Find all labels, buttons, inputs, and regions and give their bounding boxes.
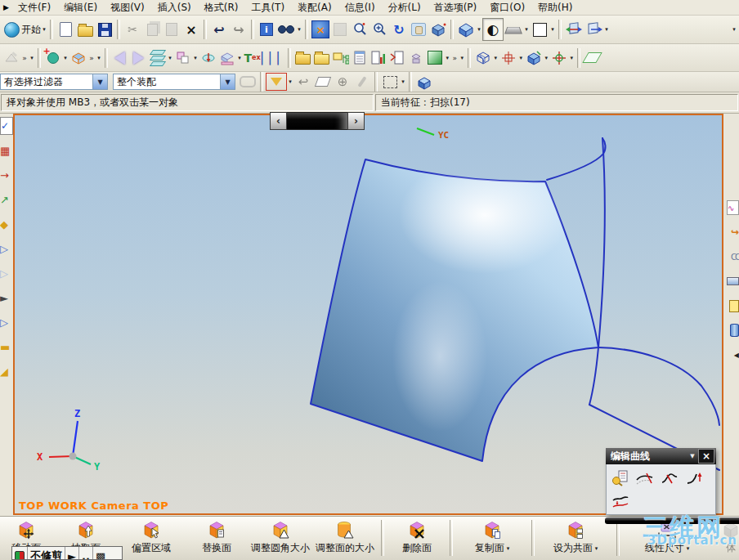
menu-window[interactable]: 窗口(O) bbox=[484, 0, 531, 16]
menu-information[interactable]: 信息(I) bbox=[339, 0, 381, 16]
edit-curve-options-caret-icon[interactable]: ▼ bbox=[687, 453, 698, 459]
left-tool-ruler-button[interactable]: ▬ bbox=[0, 334, 13, 359]
wireframe-caret-icon[interactable]: ▾ bbox=[492, 55, 499, 61]
left-tool-cursor-button[interactable]: ► bbox=[0, 285, 13, 310]
left-tool-chevron3-button[interactable]: ▷ bbox=[0, 310, 13, 334]
copy-face-caret-icon[interactable]: ▾ bbox=[507, 545, 510, 552]
shaded-mode-button[interactable]: ◐ bbox=[482, 18, 504, 41]
erase-highlight-button[interactable] bbox=[313, 71, 333, 92]
dots-option-icon[interactable]: .. bbox=[79, 547, 93, 560]
snap-cube-caret-icon[interactable]: ▾ bbox=[543, 55, 549, 61]
selection-filter-combo[interactable]: 有选择过滤器 ▼ bbox=[0, 74, 108, 90]
pointer-option-icon[interactable]: ► bbox=[65, 547, 79, 560]
copy-face-button[interactable]: 复制面▾ bbox=[455, 517, 530, 555]
left-tool-grid-button[interactable]: ▦ bbox=[0, 138, 13, 163]
forward-button[interactable] bbox=[129, 48, 148, 68]
snap-point-filter-button[interactable] bbox=[266, 73, 287, 91]
offset-region-button[interactable]: 偏置区域 bbox=[119, 517, 183, 555]
transform-button[interactable] bbox=[43, 48, 62, 68]
copy-button[interactable] bbox=[142, 19, 162, 40]
text-button[interactable]: Tex bbox=[243, 48, 262, 68]
edit-curve-titlebar[interactable]: 编辑曲线 ▼ × bbox=[606, 448, 716, 464]
layer-settings-caret-icon[interactable]: ▾ bbox=[167, 55, 173, 61]
redo-button[interactable]: ↪ bbox=[229, 19, 249, 40]
assembly-load-button[interactable] bbox=[293, 48, 312, 68]
edit-curve-parameters-button[interactable] bbox=[608, 467, 633, 490]
clip-section-button[interactable] bbox=[564, 19, 584, 40]
cut-button[interactable]: ✂ bbox=[123, 19, 142, 40]
left-tool-diamond-button[interactable]: ◆ bbox=[0, 212, 13, 236]
brush-select-button[interactable] bbox=[352, 71, 372, 92]
right-tool-curve-button[interactable]: ∿ bbox=[723, 195, 739, 220]
undo-button[interactable]: ↩ bbox=[209, 19, 229, 40]
assembly-open-button[interactable] bbox=[312, 48, 331, 68]
zoom-in-out-button[interactable] bbox=[370, 19, 389, 40]
right-tool-cylinder-button[interactable] bbox=[723, 318, 739, 343]
menu-assemblies[interactable]: 装配(A) bbox=[292, 0, 338, 16]
left-tool-check-button[interactable]: ✓ bbox=[0, 114, 13, 138]
left-tool-chevron2-button[interactable]: ▷ bbox=[0, 261, 13, 285]
information-list-button[interactable] bbox=[350, 48, 369, 68]
selection-scope-combo[interactable]: 整个装配 ▼ bbox=[113, 74, 235, 90]
linear-dimension-caret-icon[interactable]: ▾ bbox=[687, 545, 690, 552]
resize-blend-button[interactable]: 调整圆角大小 bbox=[250, 517, 311, 555]
face-analysis-caret-icon[interactable]: ▾ bbox=[523, 26, 530, 33]
fit-view-button[interactable]: × bbox=[311, 19, 330, 40]
left-tool-arrow-button[interactable]: → bbox=[0, 163, 13, 187]
named-scene-caret-icon[interactable]: ▾ bbox=[444, 55, 450, 61]
snap-filter-caret-icon[interactable]: ▾ bbox=[287, 78, 293, 85]
sketch-button[interactable] bbox=[2, 48, 20, 68]
trim-curve-button[interactable] bbox=[633, 467, 657, 490]
interpart-link-button[interactable] bbox=[238, 71, 258, 92]
start-globe-icon[interactable] bbox=[2, 19, 21, 40]
menu-help[interactable]: 帮助(H) bbox=[532, 0, 578, 16]
point-caret-icon[interactable]: ▾ bbox=[517, 55, 524, 61]
delete-button[interactable]: × bbox=[181, 19, 201, 40]
option-toggle-icon[interactable] bbox=[12, 547, 28, 560]
menu-file[interactable]: 文件(F) bbox=[12, 0, 56, 16]
plane-button[interactable] bbox=[583, 48, 602, 68]
assembly-navigator-button[interactable] bbox=[331, 48, 350, 68]
move-to-layer-button[interactable] bbox=[199, 48, 217, 68]
deselect-button[interactable]: ↩ bbox=[293, 71, 313, 92]
sketch-overflow-icon[interactable]: » bbox=[20, 54, 29, 62]
layer-category-button[interactable] bbox=[173, 48, 192, 68]
menu-tools[interactable]: 工具(T) bbox=[245, 0, 290, 16]
datum-caret-icon[interactable]: ▾ bbox=[96, 55, 102, 61]
make-coplanar-caret-icon[interactable]: ▾ bbox=[595, 545, 598, 552]
save-button[interactable] bbox=[95, 19, 114, 40]
menu-preferences[interactable]: 首选项(P) bbox=[428, 0, 483, 16]
right-tool-cc-button[interactable]: CC bbox=[723, 244, 739, 269]
datum-overflow-icon[interactable]: » bbox=[87, 54, 96, 62]
grid-option-icon[interactable]: ▩ bbox=[93, 547, 108, 560]
right-tool-hook-button[interactable]: ↪ bbox=[723, 220, 739, 244]
wcs-display-button[interactable] bbox=[217, 48, 236, 68]
edit-curve-close-button[interactable]: × bbox=[698, 449, 714, 464]
face-analysis-button[interactable] bbox=[504, 19, 523, 40]
perspective-button[interactable] bbox=[428, 19, 448, 40]
clip-section-caret-icon[interactable]: ▾ bbox=[603, 26, 610, 33]
scroll-left-button[interactable]: ‹ bbox=[270, 112, 287, 130]
group-caret-icon[interactable]: ▾ bbox=[459, 55, 465, 61]
start-button[interactable]: 开始 bbox=[21, 23, 41, 37]
make-coplanar-button[interactable]: 设为共面▾ bbox=[536, 517, 615, 555]
start-caret-icon[interactable]: ▾ bbox=[41, 26, 47, 33]
zoom-to-selection-button[interactable] bbox=[330, 19, 350, 40]
menu-analysis[interactable]: 分析(L) bbox=[383, 0, 427, 16]
group-overflow-icon[interactable]: » bbox=[450, 54, 459, 62]
selection-scope-dropdown-icon[interactable]: ▼ bbox=[220, 74, 235, 89]
stamp-button[interactable] bbox=[406, 48, 425, 68]
rotate-view-button[interactable]: ↻ bbox=[389, 19, 409, 40]
menu-edit[interactable]: 编辑(E) bbox=[58, 0, 103, 16]
rectangle-select-button[interactable] bbox=[380, 71, 400, 92]
right-strip-collapse-arrow-icon[interactable]: ◀ bbox=[723, 343, 739, 367]
right-tool-sheet-button[interactable] bbox=[723, 293, 739, 318]
divide-curve-button[interactable] bbox=[657, 467, 682, 490]
selection-filter-dropdown-icon[interactable]: ▼ bbox=[92, 74, 107, 89]
snap-cube-button[interactable] bbox=[524, 48, 543, 68]
orient-wcs-caret-icon[interactable]: ▾ bbox=[568, 55, 575, 61]
menu-format[interactable]: 格式(R) bbox=[199, 0, 244, 16]
wcs-caret-icon[interactable]: ▾ bbox=[236, 55, 243, 61]
layer-category-caret-icon[interactable]: ▾ bbox=[192, 55, 199, 61]
clip-work-section-button[interactable] bbox=[584, 19, 603, 40]
